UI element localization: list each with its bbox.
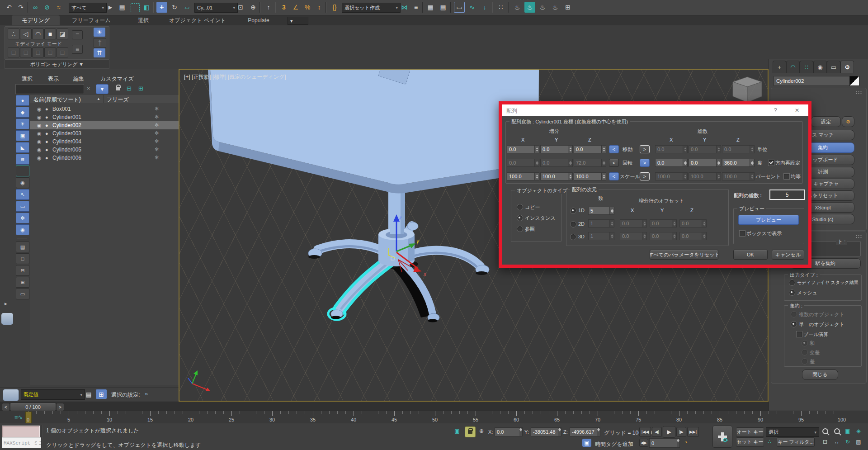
union-radio[interactable] xyxy=(802,340,808,346)
prev-frame-button[interactable]: < xyxy=(2,403,10,411)
tab-create[interactable]: + xyxy=(773,61,786,73)
percent-snap-icon[interactable]: % xyxy=(302,2,313,13)
strip-collapse-icon[interactable]: ⊟ xyxy=(16,265,29,276)
auto-key-button[interactable]: オート キー xyxy=(736,427,764,437)
scale-inc-x-spinner[interactable]: 100.0 xyxy=(507,172,539,180)
key-mode-clock-icon[interactable]: ◔ xyxy=(681,438,691,446)
zoom-region-icon[interactable]: ⊡ xyxy=(820,438,830,446)
eye-icon[interactable]: ◉ xyxy=(37,123,42,128)
selection-region-icon[interactable] xyxy=(131,3,140,12)
edge-mode-icon[interactable]: ◁ xyxy=(20,28,32,39)
select-rotate-icon[interactable]: ↻ xyxy=(169,2,180,13)
reorient-checkbox[interactable] xyxy=(768,160,774,166)
track-bar[interactable]: ≡∿ 0 5 10 15 20 25 30 35 40 45 50 55 60 … xyxy=(0,411,868,424)
filter-cameras-icon[interactable]: ▣ xyxy=(16,130,29,141)
x-coord-field[interactable]: 0.0 xyxy=(495,427,523,436)
zoom-extents-icon[interactable]: ▣ xyxy=(843,427,853,435)
1d-count-spinner[interactable]: 5 xyxy=(588,207,614,215)
scale-inc-y-spinner[interactable]: 100.0 xyxy=(540,172,573,180)
rollout-grip[interactable] xyxy=(855,91,863,94)
scale-tot-y-spinner[interactable]: 100.0 xyxy=(689,172,721,180)
tab-object-paint[interactable]: オブジェクト ペイント xyxy=(166,15,229,25)
3d-offset-y-spinner[interactable]: 0.0 xyxy=(650,232,677,240)
name-column-header[interactable]: 名前(昇順でソート) xyxy=(33,96,81,104)
z-coord-field[interactable]: -4996.617 xyxy=(570,427,600,436)
set-keys-button[interactable] xyxy=(712,426,732,448)
use-pivot-center-icon[interactable]: ⊡ xyxy=(235,2,246,13)
view-cube[interactable] xyxy=(733,77,762,102)
time-slider-handle[interactable]: 0 / 100 xyxy=(10,403,56,411)
scale-inc-arrow-button[interactable]: < xyxy=(609,172,619,180)
reset-parameters-button[interactable]: すべてのパラメータをリセット xyxy=(650,250,718,260)
selection-filter-dropdown[interactable]: すべて ▾ xyxy=(69,3,107,13)
freeze-column-header[interactable]: フリーズ xyxy=(107,96,129,104)
filter-geometry-icon[interactable]: ● xyxy=(16,95,29,106)
rotate-tot-arrow-button[interactable]: > xyxy=(640,159,650,167)
move-inc-x-spinner[interactable]: 0.0 xyxy=(507,145,539,153)
curve-editor-icon[interactable]: ∿ xyxy=(467,2,477,13)
filter-helpers-icon[interactable]: ◣ xyxy=(16,142,29,153)
subtraction-radio[interactable] xyxy=(802,358,808,365)
tab-selection[interactable]: 選択 xyxy=(129,15,157,25)
layer-chip-button[interactable] xyxy=(3,389,19,401)
trackbar-filter-icon[interactable]: ≡∿ xyxy=(14,414,23,421)
tab-hierarchy[interactable]: ∷ xyxy=(800,61,813,73)
bind-spacewarp-icon[interactable]: ≈ xyxy=(53,2,64,13)
scene-converter-icon[interactable]: ∷ xyxy=(495,2,506,13)
3d-radio[interactable] xyxy=(570,234,576,240)
key-filters-button[interactable]: キー フィルタ... xyxy=(777,437,815,447)
freeze-icon[interactable]: ✻ xyxy=(155,155,159,161)
filter-containers-icon[interactable]: ◉ xyxy=(16,177,29,188)
scale-inc-z-spinner[interactable]: 100.0 xyxy=(574,172,606,180)
strip-doc-icon[interactable]: ▤ xyxy=(16,242,29,252)
2d-offset-y-spinner[interactable]: 0.0 xyxy=(650,219,677,227)
angle-snap-icon[interactable]: ∠ xyxy=(290,2,301,13)
preview-subobj-icon-2[interactable]: □ xyxy=(20,47,32,57)
move-tot-y-spinner[interactable]: 0.0 xyxy=(689,145,721,153)
scale-tot-arrow-button[interactable]: > xyxy=(640,172,650,180)
2d-count-spinner[interactable]: 1 xyxy=(588,219,614,227)
zoom-all-icon[interactable] xyxy=(832,427,842,435)
ribbon-toggle-icon[interactable]: ▭ xyxy=(454,2,465,13)
freeze-icon[interactable]: ✻ xyxy=(155,114,159,120)
border-mode-icon[interactable]: ◠ xyxy=(32,28,44,39)
list-item-cylinder001[interactable]: ◉ ● Cylinder001 ✻ xyxy=(30,113,179,121)
3d-offset-x-spinner[interactable]: 0.0 xyxy=(620,232,647,240)
undo-icon[interactable]: ↶ xyxy=(4,2,14,13)
go-to-start-button[interactable]: |◀◀ xyxy=(639,427,651,437)
list-item-cylinder006[interactable]: ◉ ● Cylinder006 ✻ xyxy=(30,154,179,162)
viewport-label[interactable]: [+] [正投影] [標準] [既定のシェーディング] xyxy=(184,73,286,81)
isolate-selection-icon[interactable]: ▣ xyxy=(452,427,462,435)
list-item-cylinder004[interactable]: ◉ ● Cylinder004 ✻ xyxy=(30,137,179,146)
add-time-tag-label[interactable]: 時間タグを追加 xyxy=(595,441,633,448)
reference-radio[interactable] xyxy=(517,226,523,232)
key-filter-icon[interactable]: ∴ xyxy=(765,437,774,445)
explorer-menu-display[interactable]: 表示 xyxy=(48,75,59,83)
maxscript-mini-input[interactable]: MAXScript ミニ xyxy=(2,437,41,448)
rotate-inc-y-spinner[interactable]: 0.0 xyxy=(540,159,573,167)
tab-modeling[interactable]: モデリング xyxy=(12,15,60,25)
show-frozen-icon[interactable]: ✻ xyxy=(16,213,29,223)
preview-subobj-icon-3[interactable]: □ xyxy=(32,47,44,57)
polygon-mode-icon[interactable]: ■ xyxy=(44,28,56,39)
list-item-cylinder002-selected[interactable]: ◉ ● Cylinder002 ✻ xyxy=(30,121,179,129)
viewport-layout-chip[interactable] xyxy=(1,313,13,325)
tab-modify[interactable]: ◠ xyxy=(786,61,800,73)
3d-count-spinner[interactable]: 1 xyxy=(588,232,614,240)
freeze-icon[interactable]: ✻ xyxy=(155,138,159,144)
select-by-name-icon[interactable]: ▤ xyxy=(117,2,127,13)
2d-radio[interactable] xyxy=(570,221,576,227)
spinner-snap-icon[interactable]: ↕ xyxy=(314,2,325,13)
preview-subobj-icon-1[interactable]: □ xyxy=(8,47,19,57)
explorer-search-input[interactable] xyxy=(15,84,84,94)
expand-dock-button[interactable]: ► xyxy=(4,301,8,306)
uniform-checkbox[interactable] xyxy=(783,173,790,180)
freeze-icon[interactable]: ✻ xyxy=(155,130,159,136)
render-setup-icon[interactable]: ♨ xyxy=(512,2,523,13)
boolean-checkbox[interactable] xyxy=(796,331,802,337)
filter-spacewarps-icon[interactable]: ≋ xyxy=(16,154,29,165)
y-coord-field[interactable]: -38051.48 xyxy=(531,427,561,436)
move-tot-x-spinner[interactable]: 0.0 xyxy=(655,145,688,153)
move-inc-z-spinner[interactable]: 0.0 xyxy=(574,145,606,153)
snap-toggle-icon[interactable]: 3 xyxy=(278,2,289,13)
